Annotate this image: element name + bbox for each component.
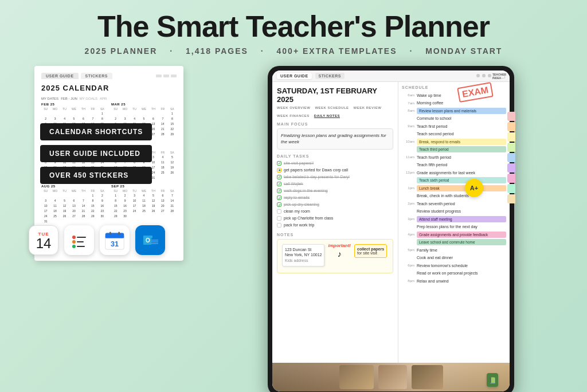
task-text-1: site visit papers!! bbox=[284, 160, 314, 166]
music-sticker: ♪ bbox=[338, 249, 342, 258]
task-1: ✓ site visit papers!! bbox=[277, 160, 393, 166]
task-check-8[interactable] bbox=[277, 209, 281, 214]
planner-left-panel: SATURDAY, 1ST FEBRUARY 2025 WEEK OVERVIE… bbox=[272, 82, 398, 363]
main-content: USER GUIDE STICKERS 2025 CALENDAR MY DAT… bbox=[0, 60, 587, 392]
text-family: Family time bbox=[417, 248, 506, 252]
task-check-9[interactable] bbox=[277, 216, 281, 221]
svg-rect-11 bbox=[118, 232, 120, 235]
schedule-row-p2: Teach second period bbox=[402, 131, 506, 138]
bottom-image-strip: 📗 bbox=[272, 363, 510, 391]
task-6: ✓ reply to emails bbox=[277, 195, 393, 200]
svg-rect-5 bbox=[77, 246, 85, 247]
task-check-3[interactable]: ✓ bbox=[277, 175, 281, 179]
teacher-index-btn[interactable]: TEACHER INDEX bbox=[494, 74, 505, 79]
text-review-progress: Review student progress bbox=[417, 209, 506, 213]
nav-week-overview[interactable]: WEEK OVERVIEW bbox=[277, 106, 310, 109]
planner-right-panel: EXAM SCHEDULE 6am Wake up time 7am Morni… bbox=[398, 82, 510, 363]
schedule-row-review: 8am Review lesson plans and materials bbox=[402, 107, 506, 114]
task-check-2[interactable]: ★ bbox=[277, 168, 281, 173]
nav-week-finances[interactable]: WEEK FINANCES bbox=[277, 114, 310, 117]
block-leave: Leave school and commute home bbox=[417, 239, 506, 245]
nav-week-schedule[interactable]: WEEK SCHEDULE bbox=[315, 106, 349, 109]
task-text-3: take belated b-day presents for Daryl bbox=[284, 174, 350, 179]
time-10am: 10am bbox=[402, 140, 414, 143]
task-2: ★ get papers sorted for Daws corp call bbox=[277, 167, 393, 173]
nav-week-review[interactable]: WEEK REVIEW bbox=[354, 106, 382, 109]
task-text-4: call Wojtek bbox=[284, 181, 303, 186]
notes-section: NOTES 123 Duncan St New York, NY 10012 K… bbox=[277, 233, 393, 273]
block-period3: Teach third period bbox=[417, 146, 506, 152]
block-lunch: Lunch break bbox=[417, 185, 506, 191]
time-8am: 8am bbox=[402, 109, 414, 112]
outlook-app-icon[interactable]: O bbox=[135, 225, 165, 255]
aplus-badge: A+ bbox=[465, 179, 483, 197]
schedule-row-tomorrow: 6pm Review tomorrow's schedule bbox=[402, 262, 506, 269]
schedule-row-checkin: Break, check in with students bbox=[402, 193, 506, 199]
calendar-app-icon[interactable]: TUE 14 bbox=[29, 225, 58, 255]
badge-user-guide: USER GUIDE INCLUDED bbox=[40, 145, 152, 162]
task-text-10: pack for work trip bbox=[284, 222, 314, 228]
task-5: ✓ walk dogs in the evening bbox=[277, 188, 393, 193]
block-period6: Teach sixth period bbox=[417, 177, 506, 183]
nav-daily-notes[interactable]: DAILY NOTES bbox=[314, 114, 340, 117]
schedule-row-p7: 2pm Teach seventh period bbox=[402, 200, 506, 207]
task-check-5[interactable]: ✓ bbox=[277, 189, 281, 193]
schedule-items: 6am Wake up time 7am Morning coffee 8am … bbox=[402, 92, 506, 284]
planner-date: SATURDAY, 1ST FEBRUARY 2025 bbox=[277, 87, 393, 104]
subtitle-planner: 2025 PLANNER bbox=[85, 46, 158, 56]
schedule-row-coffee: 7am Morning coffee bbox=[402, 100, 506, 107]
schedule-row-prep: Prep lesson plans for the next day bbox=[402, 224, 506, 230]
schedule-row-family: 5pm Family time bbox=[402, 246, 506, 253]
gcal-app-icon[interactable]: 31 bbox=[100, 225, 130, 255]
schedule-row-grade: 12pm Grade assignments for last week bbox=[402, 169, 506, 176]
schedule-row-personal: Read or work on personal projects bbox=[402, 270, 506, 277]
svg-point-2 bbox=[72, 240, 76, 244]
block-grading2: Grade assignments and provide feedback bbox=[417, 232, 506, 238]
schedule-row-relax: 8pm Relax and unwind bbox=[402, 277, 506, 284]
block-break-emails: Break, respond to emails bbox=[417, 139, 506, 145]
schedule-row-cook: Cook and eat dinner bbox=[402, 254, 506, 261]
time-8pm: 8pm bbox=[402, 279, 414, 283]
task-text-9: pick up Charlotte from class bbox=[284, 215, 333, 221]
schedule-row-break-emails: 10am Break, respond to emails bbox=[402, 138, 506, 145]
time-3pm: 3pm bbox=[402, 217, 414, 221]
task-10: pack for work trip bbox=[277, 222, 393, 228]
notes-label: NOTES bbox=[277, 233, 393, 237]
svg-point-0 bbox=[72, 236, 76, 239]
task-check-1[interactable]: ✓ bbox=[277, 161, 281, 166]
task-check-4[interactable]: ✓ bbox=[277, 182, 281, 186]
task-text-7: pick up dry cleaning bbox=[284, 202, 319, 207]
badge-calendar-shortcuts: CALENDAR SHORTCUTS bbox=[40, 123, 152, 140]
svg-rect-3 bbox=[77, 241, 84, 242]
task-3: ✓ take belated b-day presents for Daryl bbox=[277, 174, 393, 179]
task-check-7[interactable]: ✓ bbox=[277, 202, 281, 207]
text-commute: Commute to school bbox=[417, 116, 506, 120]
tablet-header: USER GUIDE STICKERS TEACHER INDEX bbox=[272, 70, 510, 82]
tablet-tab-stickers[interactable]: STICKERS bbox=[315, 73, 345, 79]
main-focus-box: Finalizing lesson plans and grading assi… bbox=[277, 128, 393, 149]
task-text-8: clean my room bbox=[284, 209, 310, 214]
app-icons-row: TUE 14 31 bbox=[29, 225, 165, 255]
text-period5: Teach fifth period bbox=[417, 163, 506, 167]
paper-tab-stickers: STICKERS bbox=[81, 73, 112, 79]
notes-box: 123 Duncan St New York, NY 10012 Kids ad… bbox=[277, 239, 393, 273]
task-text-6: reply to emails bbox=[284, 195, 310, 200]
task-check-6[interactable]: ✓ bbox=[277, 195, 281, 200]
reminders-app-icon[interactable] bbox=[64, 225, 94, 255]
task-check-10[interactable] bbox=[277, 223, 281, 228]
important-label: important! bbox=[328, 243, 351, 248]
tablet-tab-guide[interactable]: USER GUIDE bbox=[277, 73, 312, 79]
planner-content: SATURDAY, 1ST FEBRUARY 2025 WEEK OVERVIE… bbox=[272, 82, 510, 363]
task-4: ✓ call Wojtek bbox=[277, 181, 393, 186]
time-5pm: 5pm bbox=[402, 248, 414, 252]
planner-nav: WEEK OVERVIEW WEEK SCHEDULE WEEK REVIEW … bbox=[277, 106, 393, 117]
text-prep: Prep lesson plans for the next day bbox=[417, 225, 506, 229]
text-cook: Cook and eat dinner bbox=[417, 256, 506, 260]
text-tomorrow: Review tomorrow's schedule bbox=[417, 264, 506, 268]
tablet-container: USER GUIDE STICKERS TEACHER INDEX bbox=[212, 66, 570, 392]
paper-tab-guide: USER GUIDE bbox=[41, 73, 79, 79]
schedule-row-p5: Teach fifth period bbox=[402, 162, 506, 168]
schedule-row-leave: Leave school and commute home bbox=[402, 239, 506, 246]
task-8: clean my room bbox=[277, 209, 393, 214]
schedule-row-lunch: 1pm Lunch break A+ bbox=[402, 185, 506, 191]
